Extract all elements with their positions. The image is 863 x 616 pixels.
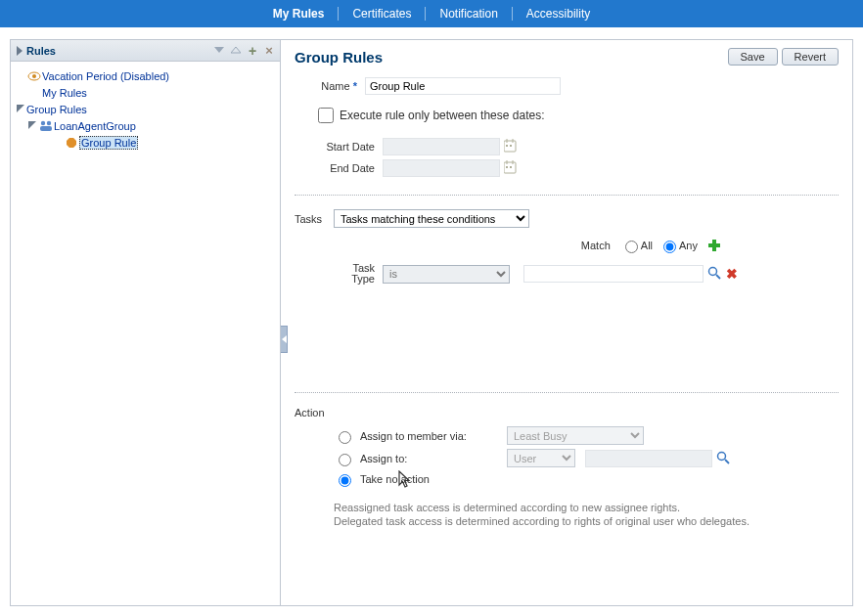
svg-line-25 [725, 460, 729, 463]
end-date-label: End Date [314, 162, 383, 174]
nav-notification[interactable]: Notification [426, 7, 512, 21]
svg-rect-13 [506, 145, 508, 147]
svg-rect-9 [67, 138, 76, 148]
tree-label: Group Rule [79, 136, 138, 150]
svg-rect-14 [510, 145, 512, 147]
tree-label: Vacation Period (Disabled) [42, 70, 169, 82]
revert-button[interactable]: Revert [782, 48, 839, 66]
tree-group-rule[interactable]: Group Rule [17, 134, 274, 151]
nav-accessibility[interactable]: Accessibility [513, 7, 604, 21]
tree-group-rules[interactable]: Group Rules [17, 101, 274, 117]
svg-point-24 [718, 452, 726, 460]
sidebar-header: Rules + × [11, 40, 280, 62]
condition-value-input[interactable] [523, 265, 704, 283]
tasks-select[interactable]: Tasks matching these conditions [334, 209, 529, 228]
tree-label: My Rules [42, 87, 87, 99]
svg-point-7 [47, 120, 51, 124]
execute-between-dates-checkbox[interactable] [318, 108, 334, 123]
assign-value-input[interactable] [585, 450, 712, 467]
start-date-input[interactable] [383, 138, 500, 155]
tree-label: Group Rules [26, 104, 87, 115]
separator [295, 195, 839, 196]
condition-attr-label: Task Type [334, 263, 383, 285]
collapse-icon[interactable] [17, 46, 23, 56]
page-title: Group Rules [295, 49, 724, 66]
match-any-radio[interactable]: Any [659, 238, 698, 253]
svg-rect-21 [708, 243, 720, 247]
move-down-icon[interactable] [212, 44, 226, 58]
rules-tree: Vacation Period (Disabled) My Rules Grou… [11, 62, 280, 156]
assign-member-label: Assign to member via: [360, 430, 507, 442]
execute-between-dates-label: Execute rule only between these dates: [340, 109, 544, 122]
assign-member-radio[interactable] [334, 428, 354, 444]
top-nav: My Rules Certificates Notification Acces… [0, 0, 863, 27]
end-date-input[interactable] [383, 159, 500, 177]
take-no-action-label: Take no action [360, 473, 507, 485]
match-label: Match [581, 240, 611, 251]
svg-marker-5 [28, 121, 36, 129]
svg-marker-0 [214, 47, 224, 53]
rule-icon [64, 138, 79, 148]
main-container: Rules + × Vacation Period (Disabled) [10, 39, 853, 606]
calendar-icon[interactable] [504, 160, 520, 176]
name-label: Name * [318, 80, 365, 92]
sidebar: Rules + × Vacation Period (Disabled) [11, 40, 281, 605]
nav-my-rules[interactable]: My Rules [259, 7, 340, 21]
delete-condition-icon[interactable]: ✖ [726, 266, 738, 282]
match-all-radio[interactable]: All [620, 238, 653, 253]
add-condition-icon[interactable] [707, 239, 721, 252]
svg-point-6 [41, 120, 45, 124]
assign-type-select[interactable]: User [507, 449, 575, 467]
svg-rect-19 [510, 166, 512, 168]
assign-to-label: Assign to: [360, 453, 507, 464]
name-input[interactable] [365, 77, 561, 95]
svg-marker-4 [17, 105, 24, 112]
svg-rect-18 [506, 166, 508, 168]
svg-rect-8 [40, 126, 52, 131]
tree-loanagentgroup[interactable]: LoanAgentGroup [17, 117, 274, 134]
tree-vacation-period[interactable]: Vacation Period (Disabled) [17, 67, 274, 84]
save-button[interactable]: Save [728, 48, 778, 66]
condition-op-select[interactable]: is [383, 265, 510, 284]
svg-point-22 [709, 268, 717, 276]
svg-marker-1 [231, 47, 241, 53]
tree-my-rules[interactable]: My Rules [17, 84, 274, 101]
add-rule-icon[interactable]: + [246, 44, 259, 58]
svg-point-3 [32, 74, 36, 78]
help-text: Reassigned task access is determined acc… [334, 501, 839, 528]
assign-method-select[interactable]: Least Busy [507, 426, 644, 445]
collapse-toggle-icon[interactable] [28, 121, 38, 130]
nav-certificates[interactable]: Certificates [339, 7, 426, 21]
svg-line-23 [716, 275, 720, 279]
search-icon[interactable] [716, 451, 732, 466]
sidebar-title: Rules [26, 45, 212, 57]
start-date-label: Start Date [314, 141, 383, 153]
separator [295, 392, 839, 393]
tree-label: LoanAgentGroup [54, 120, 136, 132]
calendar-icon[interactable] [504, 139, 520, 154]
search-icon[interactable] [707, 266, 723, 282]
tasks-label: Tasks [295, 213, 334, 225]
assign-to-radio[interactable] [334, 451, 354, 466]
content-panel: Group Rules Save Revert Name * Execute r… [281, 40, 852, 605]
action-label: Action [295, 407, 839, 418]
collapse-toggle-icon[interactable] [17, 105, 26, 113]
group-icon [38, 120, 54, 132]
delete-rule-icon[interactable]: × [262, 44, 276, 58]
take-no-action-radio[interactable] [334, 471, 354, 487]
eye-icon [26, 71, 42, 81]
splitter-collapse-icon[interactable] [281, 326, 288, 353]
move-up-icon[interactable] [229, 44, 243, 58]
